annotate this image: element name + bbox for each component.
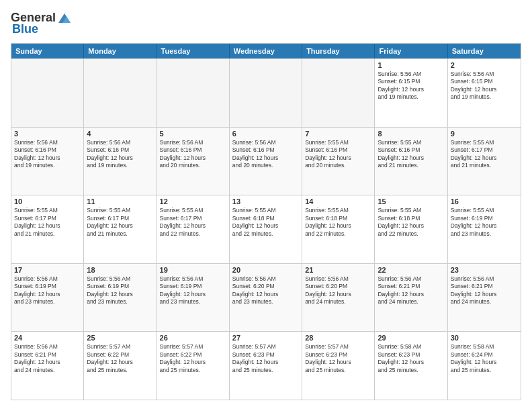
day-info: Sunrise: 5:55 AM Sunset: 6:18 PM Dayligh… [232, 207, 299, 238]
calendar-body: 1Sunrise: 5:56 AM Sunset: 6:15 PM Daylig… [11, 58, 521, 400]
day-number: 15 [378, 197, 444, 205]
cal-cell-r3-c6: 23Sunrise: 5:56 AM Sunset: 6:21 PM Dayli… [448, 264, 521, 332]
day-number: 17 [14, 266, 81, 274]
day-info: Sunrise: 5:55 AM Sunset: 6:17 PM Dayligh… [160, 207, 226, 238]
page: General Blue Sunday Monday Tuesday Wedne… [0, 0, 532, 411]
day-number: 9 [451, 130, 518, 138]
day-info: Sunrise: 5:58 AM Sunset: 6:23 PM Dayligh… [378, 343, 444, 374]
day-number: 16 [451, 197, 518, 205]
cal-cell-r2-c0: 10Sunrise: 5:55 AM Sunset: 6:17 PM Dayli… [11, 195, 84, 263]
day-info: Sunrise: 5:55 AM Sunset: 6:16 PM Dayligh… [378, 139, 444, 170]
day-info: Sunrise: 5:55 AM Sunset: 6:17 PM Dayligh… [14, 207, 81, 238]
logo: General Blue [11, 11, 72, 36]
day-number: 4 [87, 130, 153, 138]
cal-cell-r1-c6: 9Sunrise: 5:55 AM Sunset: 6:17 PM Daylig… [448, 128, 521, 195]
cal-cell-r4-c6: 30Sunrise: 5:58 AM Sunset: 6:24 PM Dayli… [448, 332, 521, 400]
day-number: 23 [451, 266, 518, 274]
cal-cell-r0-c0 [11, 59, 84, 127]
day-number: 7 [305, 130, 371, 138]
day-info: Sunrise: 5:55 AM Sunset: 6:17 PM Dayligh… [451, 139, 518, 170]
cal-cell-r2-c1: 11Sunrise: 5:55 AM Sunset: 6:17 PM Dayli… [84, 195, 157, 263]
day-info: Sunrise: 5:56 AM Sunset: 6:21 PM Dayligh… [378, 275, 444, 306]
cal-cell-r1-c2: 5Sunrise: 5:56 AM Sunset: 6:16 PM Daylig… [157, 128, 230, 195]
day-number: 26 [160, 334, 226, 342]
cal-cell-r2-c3: 13Sunrise: 5:55 AM Sunset: 6:18 PM Dayli… [230, 195, 302, 263]
day-info: Sunrise: 5:56 AM Sunset: 6:19 PM Dayligh… [14, 275, 81, 306]
header-monday: Monday [84, 44, 157, 58]
header-friday: Friday [375, 44, 447, 58]
day-info: Sunrise: 5:56 AM Sunset: 6:16 PM Dayligh… [87, 139, 153, 170]
day-number: 1 [378, 61, 444, 69]
header-sunday: Sunday [11, 44, 84, 58]
day-info: Sunrise: 5:57 AM Sunset: 6:23 PM Dayligh… [232, 343, 299, 374]
day-number: 10 [14, 197, 81, 205]
day-number: 27 [232, 334, 299, 342]
day-number: 8 [378, 130, 444, 138]
day-info: Sunrise: 5:55 AM Sunset: 6:16 PM Dayligh… [305, 139, 371, 170]
header-wednesday: Wednesday [230, 44, 302, 58]
day-number: 13 [232, 197, 299, 205]
day-info: Sunrise: 5:57 AM Sunset: 6:23 PM Dayligh… [305, 343, 371, 374]
cal-cell-r0-c5: 1Sunrise: 5:56 AM Sunset: 6:15 PM Daylig… [375, 59, 447, 127]
day-info: Sunrise: 5:57 AM Sunset: 6:22 PM Dayligh… [87, 343, 153, 374]
day-number: 19 [160, 266, 226, 274]
day-number: 6 [232, 130, 299, 138]
day-info: Sunrise: 5:56 AM Sunset: 6:20 PM Dayligh… [232, 275, 299, 306]
cal-cell-r1-c1: 4Sunrise: 5:56 AM Sunset: 6:16 PM Daylig… [84, 128, 157, 195]
header-thursday: Thursday [302, 44, 375, 58]
day-number: 18 [87, 266, 153, 274]
cal-cell-r3-c3: 20Sunrise: 5:56 AM Sunset: 6:20 PM Dayli… [230, 264, 302, 332]
day-info: Sunrise: 5:56 AM Sunset: 6:21 PM Dayligh… [14, 343, 81, 374]
header-tuesday: Tuesday [157, 44, 230, 58]
day-info: Sunrise: 5:56 AM Sunset: 6:15 PM Dayligh… [378, 71, 444, 101]
logo-icon [57, 12, 72, 24]
day-info: Sunrise: 5:56 AM Sunset: 6:16 PM Dayligh… [160, 139, 226, 170]
day-info: Sunrise: 5:56 AM Sunset: 6:16 PM Dayligh… [232, 139, 299, 170]
header-saturday: Saturday [448, 44, 521, 58]
cal-cell-r1-c3: 6Sunrise: 5:56 AM Sunset: 6:16 PM Daylig… [230, 128, 302, 195]
cal-cell-r4-c1: 25Sunrise: 5:57 AM Sunset: 6:22 PM Dayli… [84, 332, 157, 400]
day-number: 21 [305, 266, 371, 274]
day-number: 11 [87, 197, 153, 205]
header: General Blue [11, 11, 521, 36]
cal-cell-r0-c4 [302, 59, 375, 127]
day-info: Sunrise: 5:55 AM Sunset: 6:17 PM Dayligh… [87, 207, 153, 238]
day-info: Sunrise: 5:56 AM Sunset: 6:15 PM Dayligh… [451, 71, 518, 101]
cal-cell-r0-c3 [230, 59, 302, 127]
day-number: 22 [378, 266, 444, 274]
day-number: 14 [305, 197, 371, 205]
cal-row-2: 3Sunrise: 5:56 AM Sunset: 6:16 PM Daylig… [11, 127, 521, 195]
logo-blue-text: Blue [11, 22, 38, 36]
day-number: 25 [87, 334, 153, 342]
day-info: Sunrise: 5:56 AM Sunset: 6:16 PM Dayligh… [14, 139, 81, 170]
day-number: 29 [378, 334, 444, 342]
cal-cell-r1-c0: 3Sunrise: 5:56 AM Sunset: 6:16 PM Daylig… [11, 128, 84, 195]
cal-row-4: 17Sunrise: 5:56 AM Sunset: 6:19 PM Dayli… [11, 263, 521, 332]
day-info: Sunrise: 5:55 AM Sunset: 6:18 PM Dayligh… [378, 207, 444, 238]
cal-cell-r2-c2: 12Sunrise: 5:55 AM Sunset: 6:17 PM Dayli… [157, 195, 230, 263]
day-info: Sunrise: 5:55 AM Sunset: 6:18 PM Dayligh… [305, 207, 371, 238]
day-info: Sunrise: 5:55 AM Sunset: 6:19 PM Dayligh… [451, 207, 518, 238]
day-number: 20 [232, 266, 299, 274]
cal-cell-r4-c5: 29Sunrise: 5:58 AM Sunset: 6:23 PM Dayli… [375, 332, 447, 400]
day-info: Sunrise: 5:58 AM Sunset: 6:24 PM Dayligh… [451, 343, 518, 374]
day-number: 2 [451, 61, 518, 69]
day-info: Sunrise: 5:56 AM Sunset: 6:21 PM Dayligh… [451, 275, 518, 306]
cal-cell-r0-c2 [157, 59, 230, 127]
cal-row-1: 1Sunrise: 5:56 AM Sunset: 6:15 PM Daylig… [11, 58, 521, 127]
cal-cell-r3-c1: 18Sunrise: 5:56 AM Sunset: 6:19 PM Dayli… [84, 264, 157, 332]
cal-cell-r3-c0: 17Sunrise: 5:56 AM Sunset: 6:19 PM Dayli… [11, 264, 84, 332]
cal-cell-r1-c4: 7Sunrise: 5:55 AM Sunset: 6:16 PM Daylig… [302, 128, 375, 195]
day-number: 3 [14, 130, 81, 138]
day-info: Sunrise: 5:56 AM Sunset: 6:20 PM Dayligh… [305, 275, 371, 306]
cal-row-3: 10Sunrise: 5:55 AM Sunset: 6:17 PM Dayli… [11, 195, 521, 263]
day-number: 24 [14, 334, 81, 342]
cal-cell-r1-c5: 8Sunrise: 5:55 AM Sunset: 6:16 PM Daylig… [375, 128, 447, 195]
cal-cell-r3-c5: 22Sunrise: 5:56 AM Sunset: 6:21 PM Dayli… [375, 264, 447, 332]
cal-cell-r4-c0: 24Sunrise: 5:56 AM Sunset: 6:21 PM Dayli… [11, 332, 84, 400]
day-info: Sunrise: 5:57 AM Sunset: 6:22 PM Dayligh… [160, 343, 226, 374]
cal-cell-r4-c4: 28Sunrise: 5:57 AM Sunset: 6:23 PM Dayli… [302, 332, 375, 400]
cal-cell-r2-c6: 16Sunrise: 5:55 AM Sunset: 6:19 PM Dayli… [448, 195, 521, 263]
day-number: 28 [305, 334, 371, 342]
day-number: 5 [160, 130, 226, 138]
